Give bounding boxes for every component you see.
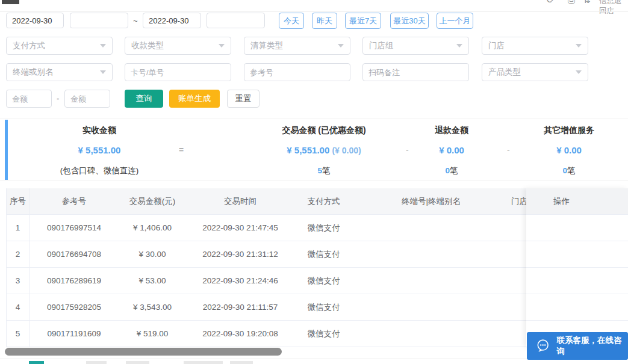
cell-time: 2022-09-30 19:20:08 xyxy=(186,329,294,338)
contact-support-label: 联系客服，在线咨询 xyxy=(556,335,628,357)
cell-method: 微信支付 xyxy=(294,223,353,233)
cell-reference: 090171191609 xyxy=(30,329,119,338)
header-divider xyxy=(0,11,628,12)
other-services-count: 0笔 xyxy=(562,165,575,176)
transaction-count-unit: 笔 xyxy=(322,166,331,175)
transaction-discount: (¥ 0.00) xyxy=(332,146,361,155)
product-type-dropdown[interactable]: 产品类型 xyxy=(482,63,588,81)
pay-method-dropdown[interactable]: 支付方式 xyxy=(6,37,113,55)
cell-method: 微信支付 xyxy=(294,329,353,339)
fixed-action-column: 操作 xyxy=(526,188,628,347)
generate-bill-button[interactable]: 账单生成 xyxy=(169,90,220,108)
date-range-tilde: ~ xyxy=(133,16,138,25)
quick-range-lastmonth-button[interactable]: 上一个月 xyxy=(437,13,473,29)
cell-reference: 090176997514 xyxy=(30,223,119,232)
cell-method: 微信支付 xyxy=(294,302,353,313)
card-icon[interactable]: ⎙ xyxy=(568,0,575,5)
other-services-title: 其它增值服务 xyxy=(544,125,594,136)
transaction-query-page: ⟳ ⎙ ⇅ 信息退回店 ~ 今天 昨天 最近7天 最近30天 上一个月 支付方式… xyxy=(0,0,628,364)
end-date-input[interactable] xyxy=(143,13,201,28)
cell-action xyxy=(526,294,628,321)
cell-reference: 090175928205 xyxy=(30,303,119,312)
scan-remark-input[interactable] xyxy=(362,63,469,81)
terminal-placeholder: 终端或别名 xyxy=(13,67,54,78)
card-no-input[interactable] xyxy=(125,63,231,81)
received-amount-title: 实收金额 xyxy=(82,125,116,136)
receipt-type-placeholder: 收款类型 xyxy=(131,40,164,51)
refund-count-unit: 笔 xyxy=(450,166,458,175)
refund-count-num: 0 xyxy=(445,166,450,175)
amount-max-input[interactable] xyxy=(64,90,110,108)
refund-count: 0笔 xyxy=(445,165,458,176)
header-truncated-text: 信息退回店 xyxy=(599,0,628,16)
summary-accent-bar xyxy=(5,120,8,180)
other-count-unit: 笔 xyxy=(567,166,576,175)
pagination-fragment[interactable] xyxy=(184,361,223,364)
cell-time: 2022-09-30 21:24:46 xyxy=(186,276,294,285)
reset-button[interactable]: 重置 xyxy=(227,90,260,108)
amount-dash: - xyxy=(57,94,59,103)
start-date-input[interactable] xyxy=(6,13,64,28)
cell-amount: ¥ 53.00 xyxy=(119,276,186,285)
cell-seq: 1 xyxy=(7,215,30,241)
transfer-icon[interactable]: ⇅ xyxy=(583,0,591,5)
col-header-action: 操作 xyxy=(526,188,628,215)
chevron-down-icon xyxy=(576,44,582,48)
cell-seq: 5 xyxy=(7,321,30,347)
settle-type-placeholder: 清算类型 xyxy=(250,40,283,51)
menu-icon[interactable] xyxy=(2,0,19,4)
cell-action xyxy=(526,241,628,268)
cell-method: 微信支付 xyxy=(294,249,353,260)
col-header-method: 支付方式 xyxy=(294,196,353,207)
refresh-icon[interactable]: ⟳ xyxy=(547,0,555,5)
chevron-down-icon xyxy=(100,44,106,48)
transaction-count-num: 5 xyxy=(317,166,322,175)
store-group-placeholder: 门店组 xyxy=(369,40,394,51)
minus-sign: - xyxy=(507,145,510,155)
col-header-time: 交易时间 xyxy=(186,196,294,207)
chevron-down-icon xyxy=(219,44,225,48)
cell-seq: 3 xyxy=(7,268,30,294)
cell-amount: ¥ 30.00 xyxy=(119,250,186,259)
cell-action xyxy=(526,215,628,241)
pay-method-placeholder: 支付方式 xyxy=(13,40,45,51)
col-header-reference: 参考号 xyxy=(30,196,119,207)
cell-time: 2022-09-30 21:31:12 xyxy=(186,250,294,259)
cell-reference: 090176289619 xyxy=(30,276,119,285)
refund-amount-value: ¥ 0.00 xyxy=(439,145,464,155)
start-time-input[interactable] xyxy=(70,13,128,28)
horizontal-scrollbar[interactable] xyxy=(5,348,282,356)
chevron-down-icon xyxy=(576,70,582,74)
chevron-down-icon xyxy=(338,44,344,48)
quick-range-yesterday-button[interactable]: 昨天 xyxy=(312,13,337,29)
other-services-value: ¥ 0.00 xyxy=(556,145,582,155)
pagination-fragment[interactable] xyxy=(230,361,253,364)
col-header-amount: 交易金额(元) xyxy=(119,196,186,207)
settle-type-dropdown[interactable]: 清算类型 xyxy=(244,37,350,55)
reference-no-input[interactable] xyxy=(244,63,350,81)
cell-method: 微信支付 xyxy=(294,276,353,286)
cell-reference: 090176694708 xyxy=(30,250,119,259)
store-placeholder: 门店 xyxy=(488,40,505,51)
contact-support-button[interactable]: 联系客服，在线咨询 xyxy=(527,332,628,360)
product-type-placeholder: 产品类型 xyxy=(488,67,521,78)
amount-min-input[interactable] xyxy=(6,90,52,108)
store-dropdown[interactable]: 门店 xyxy=(482,37,588,55)
other-count-num: 0 xyxy=(562,166,567,175)
quick-range-today-button[interactable]: 今天 xyxy=(279,13,304,29)
received-amount-note: (包含口碑、微信直连) xyxy=(60,165,139,176)
transaction-amount-value: ¥ 5,551.00 (¥ 0.00) xyxy=(287,145,361,155)
pagination-fragment[interactable] xyxy=(126,361,149,364)
receipt-type-dropdown[interactable]: 收款类型 xyxy=(125,37,231,55)
pagination-fragment[interactable] xyxy=(86,361,107,364)
equals-sign: = xyxy=(179,145,184,155)
store-group-dropdown[interactable]: 门店组 xyxy=(362,37,469,55)
cell-amount: ¥ 3,543.00 xyxy=(119,303,186,312)
quick-range-7days-button[interactable]: 最近7天 xyxy=(345,13,381,29)
search-button[interactable]: 查询 xyxy=(125,90,163,108)
end-time-input[interactable] xyxy=(207,13,265,28)
terminal-dropdown[interactable]: 终端或别名 xyxy=(6,63,113,81)
pagination-active-indicator[interactable] xyxy=(29,361,44,364)
quick-range-30days-button[interactable]: 最近30天 xyxy=(390,13,429,29)
cell-amount: ¥ 1,406.00 xyxy=(119,223,186,232)
